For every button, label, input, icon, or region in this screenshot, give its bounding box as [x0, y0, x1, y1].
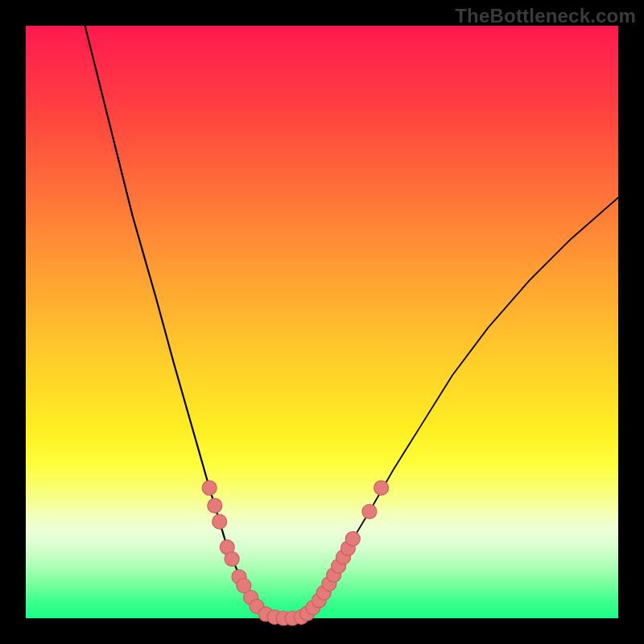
- data-marker: [202, 481, 217, 495]
- data-marker: [213, 514, 227, 529]
- data-marker: [362, 505, 377, 519]
- data-marker: [345, 531, 360, 546]
- data-marker: [208, 498, 222, 513]
- watermark-text: TheBottleneck.com: [455, 5, 636, 27]
- curve-layer: [26, 26, 618, 618]
- data-marker: [374, 481, 389, 495]
- chart-frame: TheBottleneck.com: [0, 0, 644, 644]
- curve-left-branch: [85, 26, 275, 618]
- plot-area: [26, 26, 618, 618]
- data-marker: [225, 551, 239, 566]
- markers-group: [202, 481, 388, 625]
